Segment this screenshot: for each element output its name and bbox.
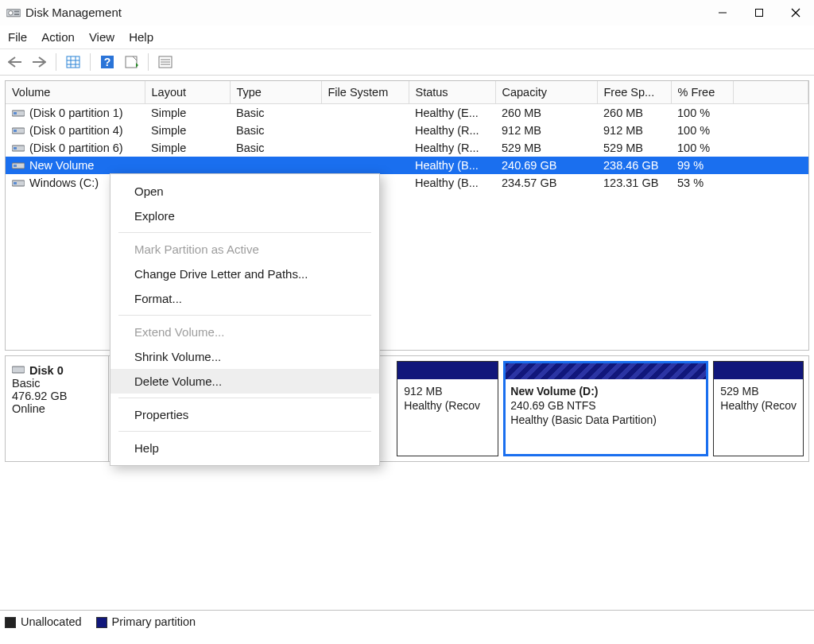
context-menu-item: Extend Volume... [110,320,379,344]
volume-icon [12,126,25,135]
table-row[interactable]: (Disk 0 partition 4)SimpleBasicHealthy (… [6,122,808,139]
toolbar-help-icon[interactable]: ? [97,52,118,72]
legend-primary: Primary partition [96,615,196,628]
disk-icon [12,364,25,377]
disk-size: 476.92 GB [12,390,102,402]
menu-view[interactable]: View [89,30,114,44]
partition-status: Healthy (Basic Data Partition) [510,413,701,427]
partition-size: 240.69 GB NTFS [510,398,701,413]
volume-table-header: VolumeLayoutTypeFile SystemStatusCapacit… [6,81,808,104]
svg-rect-15 [126,56,137,68]
svg-rect-22 [14,112,17,114]
partition-block[interactable]: 529 MBHealthy (Recov [713,361,804,456]
column-header[interactable]: % Free [671,81,733,104]
partition-block[interactable]: 912 MBHealthy (Recov [397,361,498,456]
menu-action[interactable]: Action [41,30,75,44]
context-menu: OpenExploreMark Partition as ActiveChang… [110,173,380,466]
legend: Unallocated Primary partition [5,615,196,628]
titlebar: Disk Management [0,0,814,25]
context-menu-item[interactable]: Open [110,179,379,204]
partition-bar [397,362,498,379]
column-header[interactable]: Free Sp... [597,81,671,104]
context-menu-separator [118,398,371,398]
context-menu-item[interactable]: Delete Volume... [110,369,379,394]
disk-type: Basic [12,377,102,390]
column-header[interactable]: Capacity [495,81,597,104]
svg-rect-2 [14,11,19,13]
context-menu-item[interactable]: Help [110,436,379,460]
context-menu-separator [118,431,371,432]
window-title: Disk Management [25,6,122,19]
partition-size: 912 MB [404,384,491,398]
partition-status: Healthy (Recov [720,398,797,413]
menu-help[interactable]: Help [129,30,153,44]
minimize-button[interactable] [704,0,741,25]
context-menu-separator [118,315,371,316]
column-header[interactable]: Status [409,81,495,104]
volume-name: (Disk 0 partition 1) [29,107,123,119]
toolbar-back-button[interactable] [5,52,25,72]
partition-bar [714,362,803,379]
toolbar-forward-button[interactable] [29,52,49,72]
table-row[interactable]: (Disk 0 partition 1)SimpleBasicHealthy (… [6,104,808,122]
toolbar-properties-icon[interactable] [155,52,176,72]
disk-state: Online [12,402,102,415]
partition-size: 529 MB [720,384,797,398]
partition-bar [504,362,707,379]
volume-name: New Volume [29,159,94,172]
maximize-button[interactable] [741,0,777,25]
column-header[interactable]: Type [230,81,321,104]
partition-status: Healthy (Recov [404,398,491,413]
disk-name: Disk 0 [12,364,102,377]
close-button[interactable] [777,0,814,25]
disk-header: Disk 0 Basic 476.92 GB Online [6,356,109,461]
context-menu-item: Mark Partition as Active [110,237,379,262]
svg-rect-3 [14,14,19,15]
toolbar: ? [0,49,814,76]
context-menu-item[interactable]: Properties [110,402,379,427]
svg-rect-8 [67,56,79,68]
partition-title: New Volume (D:) [510,384,701,398]
table-row[interactable]: New VolumeHealthy (B...240.69 GB238.46 G… [6,157,808,174]
svg-point-1 [9,11,13,15]
svg-text:?: ? [104,56,111,68]
volume-name: Windows (C:) [29,177,99,189]
column-header[interactable]: Volume [6,81,145,104]
toolbar-grid-icon[interactable] [63,52,83,72]
legend-unallocated: Unallocated [5,615,82,628]
column-header[interactable]: File System [321,81,409,104]
volume-name: (Disk 0 partition 6) [29,142,123,154]
svg-rect-31 [12,367,25,373]
context-menu-item[interactable]: Change Drive Letter and Paths... [110,262,379,286]
partition-block[interactable]: New Volume (D:)240.69 GB NTFSHealthy (Ba… [503,361,708,456]
volume-icon [12,108,25,118]
volume-icon [12,161,25,170]
disk-mgmt-icon [6,7,21,18]
disk-name-label: Disk 0 [29,364,64,377]
svg-rect-28 [14,165,17,167]
volume-name: (Disk 0 partition 4) [29,124,123,137]
volume-icon [12,143,25,153]
svg-rect-24 [14,130,17,132]
context-menu-item[interactable]: Format... [110,286,379,311]
svg-rect-30 [14,182,17,184]
column-header[interactable]: Layout [145,81,230,104]
menubar: File Action View Help [0,25,814,49]
menu-file[interactable]: File [8,30,27,44]
volume-icon [12,178,25,188]
svg-rect-5 [756,9,763,16]
context-menu-item[interactable]: Shrink Volume... [110,344,379,369]
svg-rect-26 [14,147,17,149]
toolbar-sheet-icon[interactable] [121,52,141,72]
table-row[interactable]: (Disk 0 partition 6)SimpleBasicHealthy (… [6,139,808,157]
context-menu-separator [118,232,371,233]
context-menu-item[interactable]: Explore [110,204,379,228]
